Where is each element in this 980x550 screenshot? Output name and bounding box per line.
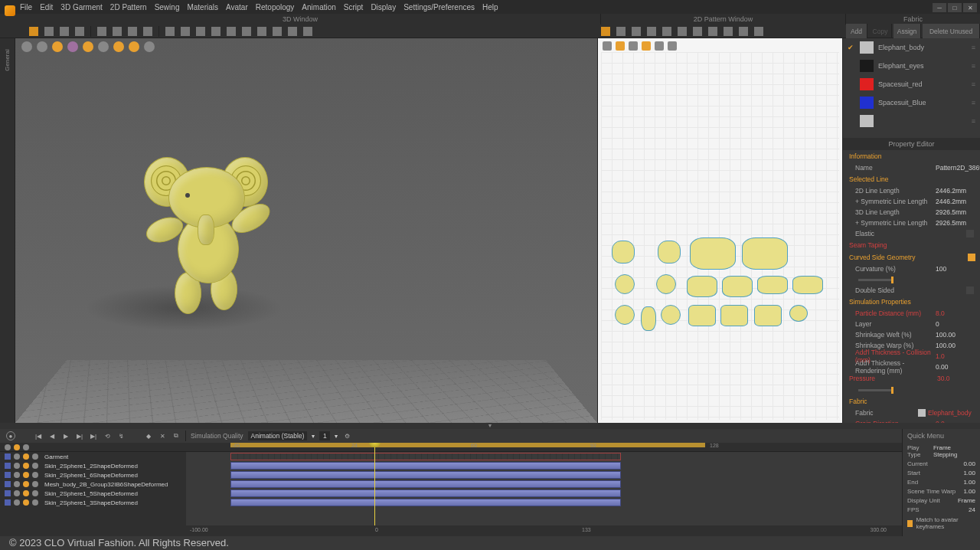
- toggle-all-solo-icon[interactable]: [14, 444, 20, 450]
- reset-2d-icon[interactable]: [668, 41, 677, 51]
- fabric-menu-icon[interactable]: ≡: [972, 80, 975, 88]
- move-tool-icon[interactable]: [44, 27, 54, 36]
- track-mute-icon[interactable]: [14, 490, 20, 496]
- sync-2d-icon[interactable]: [642, 41, 651, 51]
- track-lock-icon[interactable]: [32, 481, 38, 487]
- section-information[interactable]: Information: [843, 150, 980, 162]
- prev-frame-button[interactable]: ◀: [47, 431, 57, 440]
- qm-display-unit-val[interactable]: Frame: [958, 497, 975, 504]
- slash-icon[interactable]: [647, 27, 656, 36]
- track-solo-icon[interactable]: [23, 499, 29, 506]
- fabric-menu-icon[interactable]: ≡: [972, 62, 975, 70]
- trace-icon[interactable]: [708, 27, 717, 36]
- track-bar-skin[interactable]: [230, 462, 621, 470]
- qm-scene-time-val[interactable]: 1.00: [963, 488, 975, 495]
- track-lock-icon[interactable]: [32, 453, 38, 460]
- curved-geo-check[interactable]: [968, 254, 975, 261]
- fabric-active-icon[interactable]: [848, 80, 855, 88]
- notch-icon[interactable]: [662, 27, 671, 36]
- prop-particle-dist-val[interactable]: 8.0: [936, 309, 974, 317]
- texture-tool-icon[interactable]: [181, 27, 190, 36]
- piping-tool-icon[interactable]: [257, 27, 266, 36]
- edit-pattern-icon[interactable]: [601, 27, 610, 36]
- play-button[interactable]: ▶: [61, 431, 70, 440]
- toggle-all-lock-icon[interactable]: [23, 444, 29, 450]
- next-frame-button[interactable]: ▶|: [75, 431, 84, 440]
- select-mesh-icon[interactable]: [52, 41, 63, 52]
- menu-3d-garment[interactable]: 3D Garment: [60, 3, 102, 11]
- fabric-menu-icon[interactable]: ≡: [972, 99, 975, 106]
- track-mute-icon[interactable]: [14, 453, 20, 460]
- track-lock-icon[interactable]: [32, 490, 38, 496]
- qm-end-val[interactable]: 1.00: [963, 479, 975, 486]
- scale-tool-icon[interactable]: [75, 27, 84, 36]
- track-mute-icon[interactable]: [14, 499, 20, 506]
- prop-addl-thick-r-val[interactable]: 0.00: [936, 363, 974, 371]
- qm-match-check[interactable]: [907, 520, 913, 527]
- prop-addl-thick-c-val[interactable]: 1.0: [936, 352, 974, 360]
- close-button[interactable]: ✕: [963, 3, 977, 12]
- fabric-copy-button[interactable]: Copy: [869, 24, 892, 39]
- track-mute-icon[interactable]: [14, 463, 20, 469]
- minimize-button[interactable]: ─: [933, 3, 946, 12]
- track-solo-icon[interactable]: [23, 490, 29, 496]
- viewport-2d[interactable]: [597, 38, 842, 423]
- trim-tool-icon[interactable]: [242, 27, 251, 36]
- zoom-2d-icon[interactable]: [655, 41, 664, 51]
- qm-fps-val[interactable]: 24: [969, 506, 975, 513]
- button-tool-icon[interactable]: [211, 27, 220, 36]
- pressure-slider[interactable]: [858, 389, 893, 391]
- menu-display[interactable]: Display: [371, 3, 396, 11]
- viewport-3d[interactable]: [15, 38, 597, 423]
- section-seam-taping[interactable]: Seam Taping: [843, 239, 980, 251]
- track-bar-skin[interactable]: [230, 499, 621, 506]
- section-sim-props[interactable]: Simulation Properties: [843, 296, 980, 308]
- go-end-button[interactable]: ▶|: [89, 431, 98, 440]
- menu-materials[interactable]: Materials: [187, 3, 218, 11]
- pin-tool-icon[interactable]: [97, 27, 106, 36]
- measure-tool-icon[interactable]: [165, 27, 175, 36]
- track-mute-icon[interactable]: [14, 481, 20, 487]
- flip-icon[interactable]: [754, 27, 763, 36]
- fabric-item[interactable]: Elephant_eyes ≡: [843, 57, 980, 75]
- track-bar-skin[interactable]: [230, 480, 621, 488]
- collapse-handle-icon[interactable]: ▼: [0, 423, 980, 429]
- loop-button[interactable]: ⟲: [103, 431, 112, 440]
- simulate-icon[interactable]: [21, 41, 32, 52]
- toggle-all-vis-icon[interactable]: [5, 444, 11, 450]
- fold-tool-icon[interactable]: [113, 27, 122, 36]
- cursor-2d-icon[interactable]: [603, 41, 612, 51]
- maximize-button[interactable]: □: [948, 3, 962, 12]
- track-lock-icon[interactable]: [32, 463, 38, 469]
- topstitch-tool-icon[interactable]: [196, 27, 205, 36]
- curvature-slider[interactable]: [858, 279, 893, 281]
- select-tool-icon[interactable]: [29, 27, 38, 36]
- show-garment-icon[interactable]: [98, 41, 109, 52]
- arrangement-icon[interactable]: [83, 41, 93, 52]
- section-selected-line[interactable]: Selected Line: [843, 173, 980, 185]
- fabric-menu-icon[interactable]: ≡: [972, 117, 975, 125]
- grading-tool-icon[interactable]: [273, 27, 282, 36]
- prop-fabric-val[interactable]: Elephant_body: [928, 409, 974, 417]
- menu-2d-pattern[interactable]: 2D Pattern: [110, 3, 147, 11]
- prop-name-value[interactable]: Pattern2D_3869293: [936, 164, 974, 172]
- menu-avatar[interactable]: Avatar: [226, 3, 248, 11]
- track-row[interactable]: Skin_2Sphere1_2ShapeDeformed: [0, 461, 186, 470]
- track-solo-icon[interactable]: [23, 472, 29, 478]
- align-icon[interactable]: [724, 27, 733, 36]
- track-mute-icon[interactable]: [14, 472, 20, 478]
- track-row[interactable]: Skin_2Sphere1_3ShapeDeformed: [0, 498, 186, 507]
- go-start-button[interactable]: |◀: [34, 431, 43, 440]
- fabric-active-icon[interactable]: [848, 99, 855, 106]
- zipper-tool-icon[interactable]: [227, 27, 236, 36]
- track-row[interactable]: Skin_2Sphere1_6ShapeDeformed: [0, 470, 186, 480]
- pan-2d-icon[interactable]: [629, 41, 638, 51]
- track-solo-icon[interactable]: [23, 463, 29, 469]
- fabric-active-icon[interactable]: [848, 117, 855, 125]
- double-sided-check[interactable]: [966, 286, 974, 294]
- qm-start-val[interactable]: 1.00: [963, 470, 975, 476]
- menu-edit[interactable]: Edit: [40, 3, 53, 11]
- rotate-tool-icon[interactable]: [60, 27, 69, 36]
- prop-layer-val[interactable]: 0: [936, 320, 974, 328]
- copy-key-button[interactable]: ⧉: [172, 431, 181, 440]
